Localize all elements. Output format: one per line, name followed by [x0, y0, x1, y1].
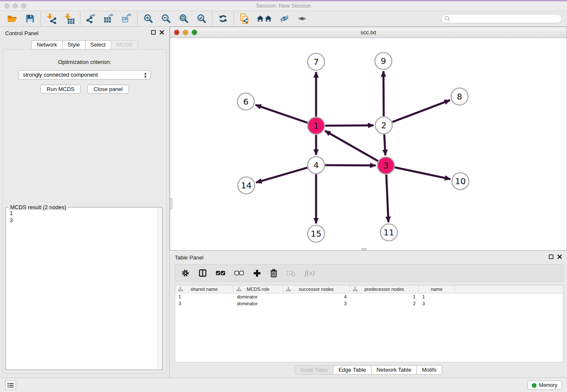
cell-name[interactable]: 1	[419, 293, 455, 300]
graph-node-11[interactable]: 11	[380, 224, 397, 241]
export-image-icon	[121, 13, 132, 24]
edge-1-to-2[interactable]	[325, 125, 374, 126]
hierarchy-icon	[286, 287, 291, 292]
edge-2-to-9[interactable]	[383, 71, 384, 116]
table-tab-network-table[interactable]: Network Table	[371, 365, 416, 375]
export-table-button[interactable]	[102, 12, 116, 25]
divider-handle[interactable]	[170, 198, 173, 209]
zoom-out-icon	[161, 14, 171, 24]
network-canvas[interactable]: 7968124314101511	[170, 38, 567, 250]
add-column-button[interactable]	[253, 269, 261, 277]
home-view-button[interactable]	[255, 12, 274, 25]
cell-name[interactable]: 3	[419, 300, 455, 307]
export-network-button[interactable]	[84, 12, 98, 25]
table-tab-edge-table[interactable]: Edge Table	[333, 365, 371, 375]
table-options-button[interactable]	[181, 269, 190, 277]
canvas-resize-handle[interactable]	[361, 248, 366, 250]
tab-network[interactable]: Network	[31, 40, 62, 50]
edge-2-to-3[interactable]	[384, 134, 385, 155]
graph-node-7[interactable]: 7	[308, 53, 325, 70]
delete-column-button[interactable]	[270, 269, 278, 278]
refresh-icon	[218, 14, 228, 23]
edge-2-to-8[interactable]	[392, 100, 450, 122]
export-image-button[interactable]	[119, 12, 134, 25]
column-header-name[interactable]: name	[419, 285, 455, 293]
zoom-fit-button[interactable]	[176, 12, 191, 25]
graph-node-9[interactable]: 9	[375, 52, 392, 69]
edge-4-to-14[interactable]	[256, 168, 307, 182]
column-header-successor-nodes[interactable]: successor nodes	[283, 285, 350, 293]
cell-predecessor-nodes[interactable]: 2	[350, 300, 419, 307]
column-header-predecessor-nodes[interactable]: predecessor nodes	[350, 285, 419, 293]
function-builder-button[interactable]: f(x)	[305, 269, 315, 277]
import-table-button[interactable]	[62, 12, 77, 25]
cell-mcds-role[interactable]: dominator	[234, 293, 283, 300]
cell-shared-name[interactable]: 1	[175, 293, 234, 300]
search-input[interactable]	[441, 14, 562, 23]
graph-node-2[interactable]: 2	[375, 117, 392, 134]
search-icon	[444, 16, 450, 22]
hierarchy-icon	[353, 287, 358, 292]
graph-node-1[interactable]: 1	[308, 117, 325, 134]
zoom-in-button[interactable]	[141, 12, 155, 25]
edge-3-to-11[interactable]	[386, 174, 388, 222]
graph-node-3[interactable]: 3	[377, 157, 394, 174]
show-panels-button[interactable]	[295, 12, 309, 25]
deselect-all-rows-button[interactable]	[234, 271, 244, 276]
edge-4-to-3[interactable]	[325, 165, 376, 166]
graph-node-10[interactable]: 10	[452, 173, 469, 190]
toolbar-separator	[234, 12, 234, 25]
run-mcds-button[interactable]: Run MCDS	[40, 85, 81, 94]
graph-node-4[interactable]: 4	[308, 157, 325, 174]
memory-label: Memory	[539, 382, 557, 388]
memory-button[interactable]: Memory	[527, 381, 562, 390]
delete-table-button[interactable]	[286, 270, 296, 276]
graph-node-14[interactable]: 14	[238, 177, 255, 194]
column-header-shared-name[interactable]: shared name	[175, 285, 234, 293]
open-folder-icon	[7, 14, 18, 23]
edge-1-to-6[interactable]	[256, 105, 308, 123]
select-all-rows-button[interactable]	[216, 271, 226, 276]
search-container	[441, 14, 562, 23]
close-panel-button[interactable]: Close panel	[87, 85, 129, 94]
edge-3-to-1[interactable]	[325, 131, 378, 161]
float-panel-icon[interactable]	[151, 30, 156, 35]
hide-panels-button[interactable]	[277, 12, 292, 25]
cell-predecessor-nodes[interactable]: 1	[350, 293, 419, 300]
cell-successor-nodes[interactable]: 3	[283, 300, 350, 307]
edge-3-to-10[interactable]	[395, 167, 450, 179]
graph-node-8[interactable]: 8	[451, 88, 468, 105]
refresh-view-button[interactable]	[216, 12, 230, 25]
cell-successor-nodes[interactable]: 4	[283, 293, 350, 300]
zoom-fit-icon	[179, 14, 189, 24]
close-table-panel-icon[interactable]	[557, 254, 562, 259]
hierarchy-icon	[178, 287, 183, 292]
table-row[interactable]: 3dominator323	[175, 300, 563, 307]
import-network-button[interactable]	[44, 12, 59, 25]
result-scrollbar[interactable]	[157, 208, 162, 369]
zoom-selected-button[interactable]	[194, 12, 209, 25]
duplicate-network-button[interactable]	[237, 12, 252, 25]
zoom-selected-icon	[196, 14, 206, 24]
zoom-out-button[interactable]	[159, 12, 173, 25]
cell-shared-name[interactable]: 3	[175, 300, 234, 307]
column-layout-button[interactable]	[198, 269, 207, 277]
task-history-button[interactable]	[5, 381, 16, 390]
cell-mcds-role[interactable]: dominator	[234, 300, 283, 307]
unchecked-boxes-icon	[234, 271, 244, 276]
table-tab-motifs[interactable]: Motifs	[416, 365, 442, 375]
network-window-titlebar[interactable]: ✕ − + scc.txt	[170, 27, 567, 38]
column-header-mcds-role[interactable]: MCDS role	[234, 285, 283, 293]
table-tab-node-table[interactable]: Node Table	[295, 365, 333, 375]
float-table-panel-icon[interactable]	[549, 254, 553, 259]
tab-mcds[interactable]: MCDS	[111, 40, 138, 50]
close-panel-icon[interactable]	[160, 30, 164, 35]
table-row[interactable]: 1dominator411	[175, 293, 563, 300]
tab-select[interactable]: Select	[85, 40, 111, 50]
open-session-button[interactable]	[5, 12, 19, 25]
graph-node-15[interactable]: 15	[308, 225, 325, 242]
save-session-button[interactable]	[23, 12, 37, 25]
criterion-dropdown[interactable]: strongly connected component ▲▼	[19, 70, 151, 80]
tab-style[interactable]: Style	[62, 40, 85, 50]
graph-node-6[interactable]: 6	[237, 93, 254, 110]
